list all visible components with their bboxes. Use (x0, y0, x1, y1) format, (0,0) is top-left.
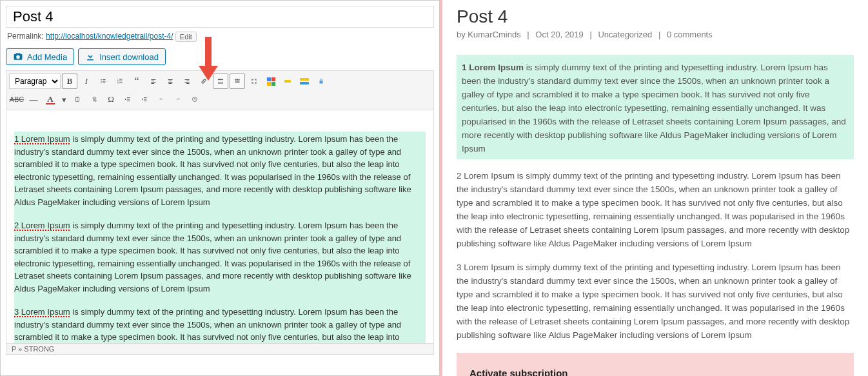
editor-status-path: P » STRONG (6, 343, 433, 354)
meta-author[interactable]: KumarCminds (468, 30, 520, 39)
svg-rect-15 (152, 83, 155, 84)
subscribe-heading: Activate subscription (469, 366, 841, 376)
insert-download-label: Insert download (99, 52, 159, 62)
svg-rect-16 (168, 79, 173, 80)
special-character-button[interactable]: Ω (103, 92, 119, 107)
svg-rect-5 (103, 83, 106, 83)
svg-rect-18 (168, 82, 173, 83)
align-right-button[interactable] (179, 74, 195, 89)
google-shortcode-button[interactable] (263, 74, 279, 89)
numbered-list-button[interactable]: 123 (112, 74, 128, 89)
blockquote-button[interactable]: “ (129, 74, 144, 89)
read-more-button[interactable] (213, 74, 228, 89)
meta-category[interactable]: Uncategorized (598, 30, 652, 39)
p2-lead: 2 Lorem Ipsum (14, 221, 70, 231)
permalink-label: Permalink: (7, 32, 44, 41)
p3-lead: 3 Lorem Ipsum (14, 307, 70, 317)
bold-button[interactable]: B (62, 74, 77, 89)
lock-button[interactable] (313, 74, 329, 89)
svg-rect-9 (119, 81, 123, 81)
meta-date: Oct 20, 2019 (535, 30, 583, 39)
pv-p3-body: is simply dummy text of the printing and… (457, 262, 849, 340)
svg-rect-29 (239, 79, 240, 81)
svg-point-2 (101, 81, 102, 82)
undo-button[interactable] (153, 92, 169, 107)
svg-rect-14 (152, 82, 156, 83)
highlight-yellow-button[interactable] (280, 74, 295, 89)
svg-rect-17 (169, 81, 172, 81)
outdent-button[interactable] (120, 92, 135, 107)
svg-line-36 (95, 100, 96, 101)
svg-rect-7 (119, 79, 123, 80)
toolbar-toggle-button[interactable] (230, 74, 245, 89)
svg-rect-37 (127, 97, 130, 98)
highlight-blue-button[interactable] (297, 74, 312, 89)
preview-pane: Post 4 by KumarCminds | Oct 20, 2019 | U… (440, 0, 868, 376)
p1-lead: 1 Lorem Ipsum (14, 134, 70, 144)
meta-comments[interactable]: 0 comments (667, 30, 713, 39)
editor-toolbar: Paragraph B I 123 “ ABC — A ▾ T (6, 70, 434, 110)
bulleted-list-button[interactable] (95, 74, 111, 89)
svg-rect-39 (127, 101, 130, 101)
add-media-button[interactable]: Add Media (6, 48, 74, 65)
svg-rect-41 (144, 99, 147, 100)
editor-content-area[interactable]: 1 Lorem Ipsum is simply dummy text of th… (6, 110, 434, 355)
svg-rect-33 (77, 97, 79, 98)
pv-p1-body: is simply dummy text of the printing and… (462, 63, 846, 153)
svg-rect-26 (218, 83, 223, 84)
post-title-input[interactable] (6, 6, 434, 28)
svg-rect-19 (169, 83, 172, 84)
svg-text:3: 3 (117, 82, 119, 84)
svg-rect-20 (185, 79, 190, 80)
svg-text:?: ? (194, 97, 196, 101)
svg-rect-12 (152, 79, 156, 80)
link-button[interactable] (196, 74, 212, 89)
svg-text:T: T (77, 99, 79, 101)
preview-post-meta: by KumarCminds | Oct 20, 2019 | Uncatego… (457, 30, 854, 39)
strikethrough-button[interactable]: ABC (9, 92, 25, 107)
svg-rect-31 (235, 83, 240, 83)
italic-button[interactable]: I (79, 74, 94, 89)
clear-formatting-button[interactable] (86, 92, 102, 107)
indent-button[interactable] (137, 92, 152, 107)
download-icon (85, 52, 95, 62)
pv-p2-lead: 2 Lorem Ipsum (457, 171, 515, 181)
subscribe-box: Activate subscription To view this post … (457, 353, 854, 376)
paste-text-button[interactable]: T (70, 92, 85, 107)
camera-icon (13, 52, 23, 62)
svg-rect-38 (127, 99, 130, 100)
help-button[interactable]: ? (187, 92, 202, 107)
permalink-row: Permalink: http://localhost/knowledgetra… (6, 28, 434, 48)
svg-rect-40 (144, 97, 147, 98)
preview-post-title: Post 4 (457, 6, 854, 27)
horizontal-rule-button[interactable]: — (26, 92, 41, 107)
text-color-button[interactable]: A (43, 92, 58, 107)
redo-button[interactable] (170, 92, 186, 107)
add-media-label: Add Media (27, 52, 67, 62)
svg-rect-25 (218, 81, 223, 82)
svg-rect-13 (152, 81, 155, 81)
media-buttons-row: Add Media Insert download (6, 48, 434, 65)
pv-p3-lead: 3 Lorem Ipsum (457, 262, 515, 272)
svg-rect-3 (103, 81, 106, 82)
svg-rect-27 (235, 79, 237, 81)
svg-point-0 (101, 79, 102, 81)
pv-p1-lead: 1 Lorem Ipsum (462, 63, 524, 72)
paragraph-select[interactable]: Paragraph (9, 74, 61, 89)
p1-body: is simply dummy text of the printing and… (14, 134, 411, 207)
svg-rect-23 (186, 83, 190, 84)
fullscreen-button[interactable] (246, 74, 262, 89)
pv-p2-body: is simply dummy text of the printing and… (457, 171, 849, 248)
edit-permalink-button[interactable]: Edit (175, 32, 197, 42)
svg-rect-1 (103, 79, 106, 80)
insert-download-button[interactable]: Insert download (78, 48, 166, 65)
align-center-button[interactable] (163, 74, 178, 89)
svg-rect-30 (235, 81, 240, 82)
svg-rect-28 (237, 79, 238, 81)
align-left-button[interactable] (146, 74, 161, 89)
p2-body: is simply dummy text of the printing and… (14, 221, 411, 293)
svg-rect-42 (144, 101, 147, 101)
permalink-url[interactable]: http://localhost/knowledgetrail/post-4/ (46, 32, 173, 41)
svg-rect-11 (119, 83, 123, 83)
text-color-dropdown[interactable]: ▾ (59, 92, 68, 107)
